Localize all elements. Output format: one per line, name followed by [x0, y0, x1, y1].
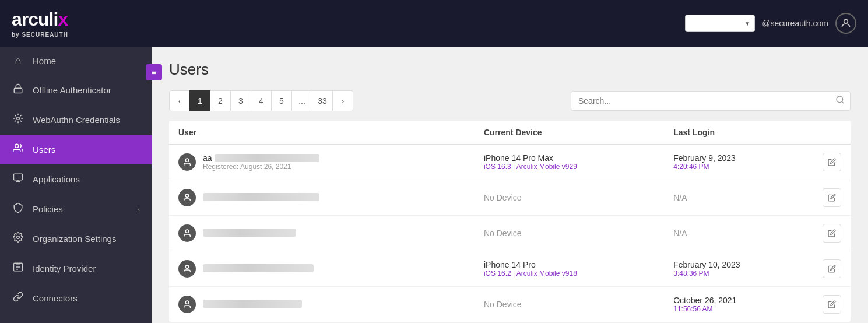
device-detail: iOS 16.3 | Arculix Mobile v929 — [484, 163, 655, 171]
logo: arculix — [12, 9, 68, 30]
device-name: No Device — [484, 300, 655, 309]
sidebar-item-label: Identity Provider — [33, 264, 96, 273]
table-body: aa Registered: August 26, 2021 iPhone 14… — [169, 145, 851, 322]
avatar — [178, 224, 196, 242]
org-settings-icon — [12, 232, 24, 245]
avatar — [178, 153, 196, 171]
sidebar-item-users[interactable]: Users — [0, 135, 152, 164]
header-right: @secureauth.com — [685, 13, 856, 34]
lock-icon — [12, 83, 24, 97]
edit-user-button[interactable] — [823, 153, 841, 171]
sidebar-item-applications[interactable]: Applications — [0, 164, 152, 194]
device-name: No Device — [484, 193, 655, 202]
sidebar-item-webauthn[interactable]: WebAuthn Credentials — [0, 105, 152, 135]
sidebar-item-organization-settings[interactable]: Organization Settings — [0, 224, 152, 254]
table-row: aa Registered: August 26, 2021 iPhone 14… — [169, 145, 851, 180]
sidebar-item-label: Home — [33, 56, 56, 66]
user-cell — [178, 224, 465, 242]
sidebar-item-offline-authenticator[interactable]: Offline Authenticator — [0, 75, 152, 105]
svg-point-9 — [185, 194, 188, 197]
col-user: User — [169, 121, 475, 145]
last-login-date: February 10, 2023 — [673, 260, 804, 269]
edit-user-button[interactable] — [823, 224, 841, 243]
table-header: User Current Device Last Login — [169, 121, 851, 145]
page-5-button[interactable]: 5 — [271, 90, 292, 111]
svg-rect-1 — [14, 88, 22, 93]
svg-point-0 — [844, 19, 848, 23]
users-table: User Current Device Last Login — [169, 121, 851, 322]
edit-user-button[interactable] — [823, 188, 841, 207]
col-login: Last Login — [664, 121, 813, 145]
search-icon — [835, 95, 845, 107]
avatar — [178, 189, 196, 206]
svg-point-2 — [17, 117, 20, 120]
search-input[interactable] — [571, 91, 851, 111]
last-login-time: 11:56:56 AM — [673, 305, 804, 313]
last-login-na: N/A — [673, 193, 804, 202]
page-1-button[interactable]: 1 — [189, 90, 210, 111]
svg-point-12 — [185, 301, 188, 304]
sidebar-item-label: Offline Authenticator — [33, 85, 111, 95]
svg-point-8 — [185, 159, 188, 162]
user-name: aa — [203, 153, 212, 163]
webauthn-icon — [12, 113, 24, 127]
device-name: iPhone 14 Pro Max — [484, 153, 655, 163]
user-name-blurred — [203, 264, 314, 272]
logo-area: arculix by SECUREAUTH — [12, 9, 68, 38]
org-select[interactable] — [685, 15, 755, 32]
sidebar-item-label: WebAuthn Credentials — [33, 115, 120, 125]
svg-rect-4 — [14, 174, 23, 180]
svg-point-7 — [837, 96, 843, 103]
content-area: Users ‹ 1 2 3 4 5 ... 33 › — [152, 47, 868, 323]
table-row: No Device October 26, 2021 11:56:56 AM — [169, 287, 851, 322]
connectors-icon — [12, 292, 24, 305]
page-ellipsis-button[interactable]: ... — [291, 90, 312, 111]
user-cell — [178, 260, 465, 278]
home-icon: ⌂ — [12, 55, 24, 67]
user-cell — [178, 189, 465, 206]
sidebar-toggle-button[interactable]: ≡ — [146, 64, 162, 80]
device-name: No Device — [484, 229, 655, 238]
sidebar-item-home[interactable]: ⌂ Home — [0, 47, 152, 75]
sidebar-item-policies[interactable]: Policies ‹ — [0, 194, 152, 224]
next-page-button[interactable]: › — [332, 90, 353, 111]
page-title: Users — [169, 61, 851, 79]
avatar — [178, 260, 196, 278]
page-2-button[interactable]: 2 — [210, 90, 231, 111]
search-wrapper — [571, 91, 851, 111]
user-name-blurred — [203, 193, 319, 201]
user-cell: aa Registered: August 26, 2021 — [178, 153, 465, 171]
table-row: No Device N/A — [169, 216, 851, 251]
sidebar-item-identity-provider[interactable]: Identity Provider — [0, 254, 152, 283]
sidebar-item-connectors[interactable]: Connectors — [0, 283, 152, 313]
identity-provider-icon — [12, 262, 24, 275]
user-name-blurred — [203, 229, 296, 237]
main-layout: ≡ ⌂ Home Offline Authenticator WebAut — [0, 47, 868, 323]
edit-user-button[interactable] — [823, 295, 841, 314]
col-device: Current Device — [475, 121, 664, 145]
user-email: @secureauth.com — [762, 19, 828, 28]
user-name-blurred — [215, 154, 319, 162]
last-login-date: February 9, 2023 — [673, 153, 804, 163]
sidebar-item-label: Connectors — [33, 293, 78, 303]
page-4-button[interactable]: 4 — [251, 90, 272, 111]
svg-point-11 — [185, 265, 188, 268]
svg-point-3 — [15, 144, 19, 148]
sidebar-item-label: Organization Settings — [33, 234, 116, 244]
last-login-na: N/A — [673, 229, 804, 238]
svg-point-5 — [17, 236, 20, 239]
sidebar-item-label: Users — [33, 145, 55, 155]
page-33-button[interactable]: 33 — [312, 90, 333, 111]
applications-icon — [12, 173, 24, 186]
org-select-wrapper[interactable] — [685, 15, 755, 32]
logo-sub: by SECUREAUTH — [12, 31, 68, 38]
table-row: No Device N/A — [169, 180, 851, 216]
last-login-date: October 26, 2021 — [673, 296, 804, 305]
sidebar: ≡ ⌂ Home Offline Authenticator WebAut — [0, 47, 152, 323]
pagination: ‹ 1 2 3 4 5 ... 33 › — [169, 90, 353, 111]
prev-page-button[interactable]: ‹ — [169, 90, 190, 111]
page-3-button[interactable]: 3 — [230, 90, 251, 111]
last-login-time: 3:48:36 PM — [673, 269, 804, 278]
edit-user-button[interactable] — [823, 259, 841, 278]
user-avatar-button[interactable] — [835, 13, 856, 34]
